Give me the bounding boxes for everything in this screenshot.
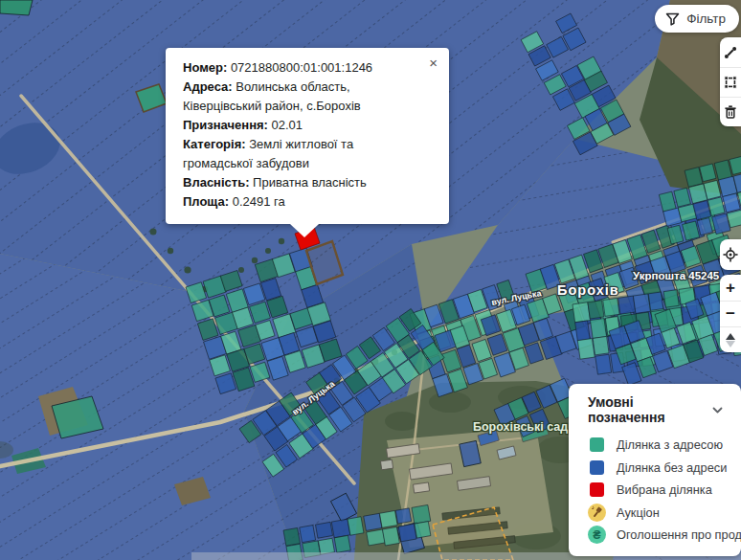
- zoom-panel: + −: [720, 275, 741, 352]
- parcel-field: Призначення: 02.01: [183, 116, 420, 135]
- parcel-field: Власність: Приватна власність: [183, 173, 420, 192]
- zoom-in-button[interactable]: +: [720, 275, 741, 301]
- arrow-up-icon: [726, 333, 735, 340]
- geolocate-icon: [723, 247, 738, 262]
- zoom-out-button[interactable]: −: [720, 301, 741, 326]
- select-area-button[interactable]: [720, 67, 741, 97]
- legend-item-label: Аукціон: [617, 505, 660, 520]
- legend-item: ₴Оголошення про продаж: [569, 524, 741, 547]
- legend-item: Вибрана ділянка: [569, 479, 741, 502]
- legend-title: Умовні позначення: [588, 394, 709, 425]
- funnel-icon: [665, 12, 680, 26]
- parcel-field: Площа: 0.2491 га: [183, 192, 420, 212]
- parcel-field: Категорія: Землі житлової та громадської…: [183, 135, 420, 173]
- ruler-icon: [724, 46, 737, 59]
- parcel-info-fields: Номер: 0721880800:01:001:1246Адреса: Вол…: [183, 58, 420, 212]
- legend-item-label: Вибрана ділянка: [617, 482, 712, 497]
- legend-header: Умовні позначення: [569, 394, 741, 425]
- chevron-down-icon[interactable]: [709, 402, 726, 418]
- geolocate-button[interactable]: [720, 239, 741, 270]
- filter-button-label: Фільтр: [686, 11, 726, 26]
- map-application: Борохів Укрпошта 45245 вул. Луцька вул. …: [0, 0, 741, 560]
- map-tools-panel: [720, 37, 741, 126]
- close-icon[interactable]: ×: [427, 54, 439, 72]
- gavel-icon: [588, 504, 606, 522]
- legend-item-label: Оголошення про продаж: [617, 527, 741, 542]
- legend-panel: Умовні позначення Ділянка з адресоюДілян…: [569, 384, 741, 556]
- arrow-down-icon: [726, 341, 735, 347]
- trash-icon: [724, 105, 737, 119]
- area-select-icon: [724, 76, 737, 89]
- square-swatch-icon: [588, 481, 606, 499]
- legend-item: Аукціон: [569, 502, 741, 525]
- hryvnia-icon: ₴: [588, 526, 606, 544]
- filter-button[interactable]: Фільтр: [655, 5, 739, 33]
- popup-pointer: [290, 224, 319, 237]
- parcel-info-popup: × Номер: 0721880800:01:001:1246Адреса: В…: [166, 48, 449, 224]
- square-swatch-icon: [588, 459, 606, 477]
- measure-button[interactable]: [720, 37, 741, 67]
- town-label: Борохів: [557, 282, 619, 298]
- tilt-control[interactable]: [720, 326, 741, 352]
- legend-item: Ділянка з адресою: [569, 434, 741, 457]
- parcel-field: Адреса: Волинська область, Ківерцівський…: [183, 78, 420, 116]
- poi-label: Укрпошта 45245: [633, 270, 720, 281]
- locate-panel: [720, 239, 741, 270]
- legend-item-label: Ділянка без адреси: [617, 460, 727, 475]
- legend-item: Ділянка без адреси: [569, 457, 741, 480]
- legend-item-label: Ділянка з адресою: [617, 437, 723, 452]
- parcel-field: Номер: 0721880800:01:001:1246: [183, 58, 420, 78]
- square-swatch-icon: [588, 436, 606, 454]
- area-label: Борохівські сад: [473, 420, 568, 434]
- legend-items: Ділянка з адресоюДілянка без адресиВибра…: [569, 434, 741, 547]
- delete-button[interactable]: [720, 97, 741, 126]
